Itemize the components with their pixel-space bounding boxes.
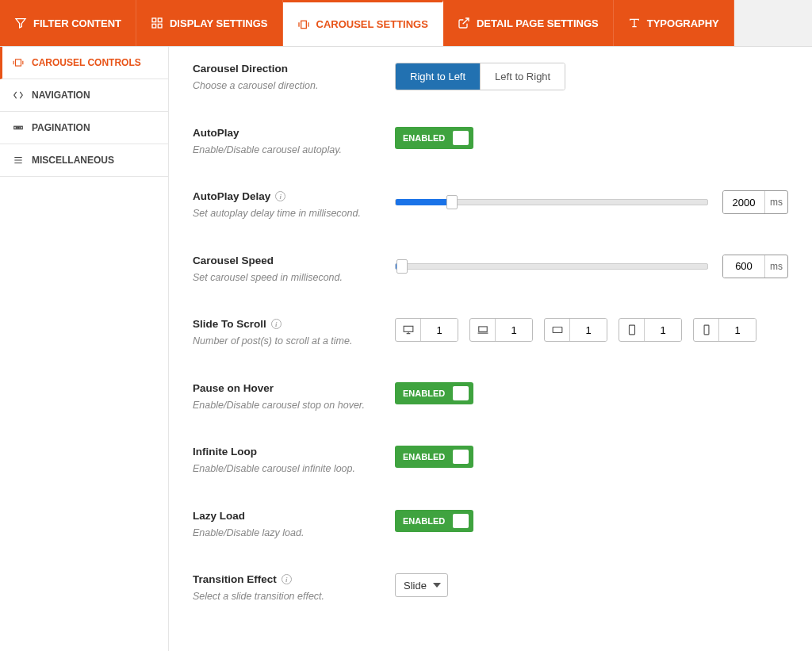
value-input[interactable] [421,319,458,341]
settings-panel: Carousel Direction Choose a carousel dir… [169,47,812,651]
field-desc: Enable/Disable lazy load. [193,527,379,541]
unit-label: ms [764,255,787,278]
field-pause-on-hover: Pause on Hover Enable/Disable carousel s… [193,382,788,413]
pause-on-hover-toggle[interactable]: ENABLED [395,382,473,404]
speed-slider[interactable] [395,263,708,270]
sidebar-item-label: CAROUSEL CONTROLS [32,57,141,68]
toggle-state: ENABLED [403,133,445,143]
list-icon [13,155,24,166]
content-area: CAROUSEL CONTROLS NAVIGATION PAGINATION … [0,47,812,651]
tab-filter-content[interactable]: FILTER CONTENT [0,0,136,46]
svg-rect-12 [553,327,562,333]
tab-label: TYPOGRAPHY [647,17,719,29]
lazy-load-toggle[interactable]: ENABLED [395,510,473,532]
field-lazy-load: Lazy Load Enable/Disable lazy load. ENAB… [193,510,788,541]
device-tablet-portrait-input [619,318,682,342]
external-link-icon [458,17,470,29]
sidebar: CAROUSEL CONTROLS NAVIGATION PAGINATION … [0,47,169,651]
autoplay-delay-input[interactable] [723,191,764,213]
tab-label: CAROUSEL SETTINGS [316,18,428,30]
device-mobile-input [693,318,756,342]
field-autoplay-delay: AutoPlay Delayi Set autoplay delay time … [193,190,788,221]
device-laptop-input [469,318,533,342]
tab-detail-page-settings[interactable]: DETAIL PAGE SETTINGS [443,0,614,46]
svg-rect-5 [16,59,21,66]
field-title: Infinite Loop [193,446,379,458]
carousel-icon [297,18,310,31]
toggle-knob [453,386,469,400]
sidebar-item-label: NAVIGATION [32,90,90,101]
laptop-icon [470,319,496,341]
info-icon[interactable]: i [275,191,285,201]
navigation-icon [13,90,24,101]
device-desktop-input [395,318,458,342]
speed-input-group: ms [722,255,788,278]
autoplay-delay-slider[interactable] [395,199,708,205]
slider-handle[interactable] [446,195,458,209]
filter-icon [14,17,27,29]
tab-carousel-settings[interactable]: CAROUSEL SETTINGS [283,0,443,46]
field-desc: Number of post(s) to scroll at a time. [193,335,379,349]
info-icon[interactable]: i [282,574,292,584]
svg-rect-2 [152,24,156,28]
value-input[interactable] [645,319,681,341]
field-carousel-speed: Carousel Speed Set carousel speed in mil… [193,255,788,285]
field-infinite-loop: Infinite Loop Enable/Disable carousel in… [193,446,788,477]
field-transition-effect: Transition Effecti Select a slide transi… [193,573,788,604]
tab-label: DISPLAY SETTINGS [170,17,268,29]
field-desc: Enable/Disable carousel autoplay. [193,144,379,158]
toggle-knob [453,450,469,464]
pagination-icon [13,122,24,133]
field-desc: Select a slide transition effect. [193,590,379,604]
field-title: Transition Effecti [193,573,379,585]
field-title: Pause on Hover [193,382,379,394]
field-desc: Set carousel speed in millisecond. [193,271,379,285]
autoplay-toggle[interactable]: ENABLED [395,127,473,149]
sidebar-item-carousel-controls[interactable]: CAROUSEL CONTROLS [0,47,168,79]
infinite-loop-toggle[interactable]: ENABLED [395,446,473,468]
sidebar-item-pagination[interactable]: PAGINATION [0,112,168,144]
toggle-knob [453,131,469,145]
grid-icon [151,17,163,29]
field-desc: Enable/Disable carousel infinite loop. [193,462,379,477]
value-input[interactable] [496,319,532,341]
tab-label: FILTER CONTENT [33,17,121,29]
value-input[interactable] [570,319,607,341]
field-autoplay: AutoPlay Enable/Disable carousel autopla… [193,127,788,158]
field-slide-to-scroll: Slide To Scrolli Number of post(s) to sc… [193,318,788,349]
tabs-bar: FILTER CONTENT DISPLAY SETTINGS CAROUSEL… [0,0,812,47]
field-title: AutoPlay [193,127,379,139]
slide-to-scroll-inputs [395,318,756,342]
sidebar-item-label: MISCELLANEOUS [32,155,114,166]
value-input[interactable] [719,319,756,341]
tab-typography[interactable]: TYPOGRAPHY [614,0,734,46]
speed-input[interactable] [723,255,764,278]
toggle-state: ENABLED [403,452,445,461]
slider-handle[interactable] [396,259,408,274]
tab-label: DETAIL PAGE SETTINGS [477,17,599,29]
sidebar-item-miscellaneous[interactable]: MISCELLANEOUS [0,144,168,177]
direction-button-group: Right to Left Left to Right [395,63,565,90]
field-desc: Set autoplay delay time in millisecond. [193,207,379,221]
tab-display-settings[interactable]: DISPLAY SETTINGS [136,0,283,46]
sidebar-item-navigation[interactable]: NAVIGATION [0,79,168,112]
toggle-knob [453,514,469,528]
svg-point-8 [17,127,18,128]
option-left-to-right[interactable]: Left to Right [481,63,565,90]
field-title: AutoPlay Delayi [193,190,379,202]
info-icon[interactable]: i [271,319,282,329]
field-title: Slide To Scrolli [193,318,379,330]
svg-rect-14 [704,325,709,335]
svg-rect-10 [404,326,413,331]
field-desc: Enable/Disable carousel stop on hover. [193,399,379,413]
toggle-state: ENABLED [403,389,445,398]
unit-label: ms [764,191,787,213]
field-title: Carousel Direction [193,63,379,75]
option-right-to-left[interactable]: Right to Left [396,63,481,90]
transition-select[interactable]: Slide [395,573,448,597]
svg-rect-3 [158,24,162,28]
svg-rect-11 [478,327,487,331]
svg-rect-1 [158,18,162,22]
tablet-portrait-icon [619,319,645,341]
svg-rect-4 [301,21,306,28]
